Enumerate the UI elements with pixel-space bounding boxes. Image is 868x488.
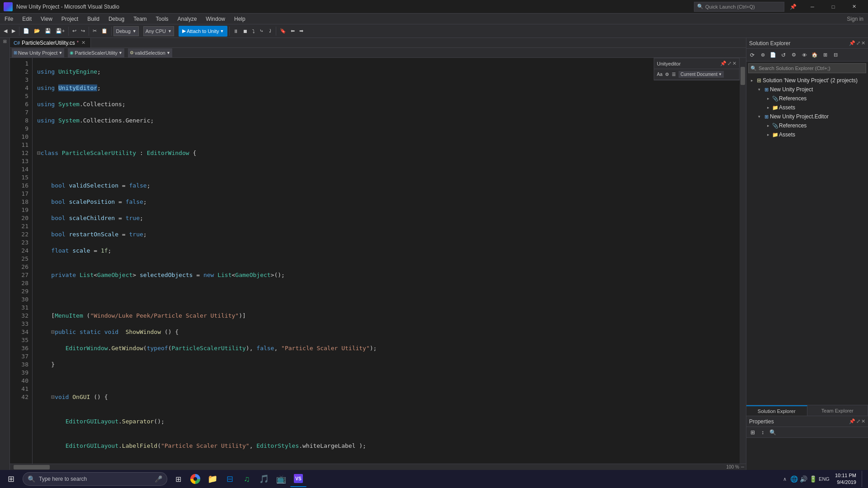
quick-launch-search[interactable]: 🔍 Quick Launch (Ctrl+Q) [694, 2, 784, 12]
toolbar-redo-btn[interactable]: ↪ [79, 26, 87, 37]
project-unity[interactable]: ▾ ⊞ New Unity Project [746, 85, 868, 94]
se-props-btn[interactable]: ⚙ [789, 50, 799, 60]
zoom-minus-btn[interactable]: ─ [741, 465, 744, 469]
menu-help[interactable]: Help [230, 14, 250, 24]
se-collapse-all-btn[interactable]: ⊟ [830, 50, 840, 60]
close-tab-btn[interactable]: ✕ [80, 40, 87, 46]
assets-1-expand: ▸ [764, 105, 772, 110]
toolbar-open-btn[interactable]: 📂 [32, 26, 42, 37]
attach-unity-btn[interactable]: ▶ Attach to Unity ▼ [179, 26, 227, 37]
toolbar-bookmark-btn[interactable]: 🔖 [278, 26, 288, 37]
menu-window[interactable]: Window [201, 14, 230, 24]
left-panel-tab[interactable]: ⊞ [2, 40, 7, 43]
media2-btn[interactable]: 📺 [273, 471, 289, 487]
tab-team-explorer[interactable]: Team Explorer [807, 405, 868, 416]
unity-panel-icon-btn[interactable]: ⚙ [664, 71, 670, 78]
chevron-tray-btn[interactable]: ∧ [781, 476, 788, 482]
debug-mode-dropdown[interactable]: Debug ▼ [113, 26, 138, 36]
toolbar-cut-btn[interactable]: ✂ [91, 26, 99, 37]
platform-dropdown[interactable]: Any CPU ▼ [143, 26, 174, 36]
menu-build[interactable]: Build [83, 14, 104, 24]
se-pin-btn[interactable]: 📌 [849, 40, 855, 46]
start-button[interactable]: ⊞ [2, 471, 20, 487]
media-btn[interactable]: 🎵 [256, 471, 272, 487]
toolbar-nav2-btn[interactable]: ➡ [297, 26, 305, 37]
title-bar: New Unity Project - Microsoft Visual Stu… [0, 0, 868, 14]
menu-project[interactable]: Project [57, 14, 83, 24]
project-unity-editor[interactable]: ▾ ⊞ New Unity Project.Editor [746, 112, 868, 121]
toolbar-nav-btn[interactable]: ⬅ [289, 26, 297, 37]
tab-solution-explorer[interactable]: Solution Explorer [746, 405, 807, 416]
props-pin-btn[interactable]: 📌 [849, 418, 855, 424]
props-search-btn[interactable]: 🔍 [768, 428, 777, 437]
task-view-btn[interactable]: ⊞ [170, 471, 186, 487]
assets-2[interactable]: ▸ 📁 Assets [746, 130, 868, 139]
toolbar-save-btn[interactable]: 💾 [43, 26, 53, 37]
solution-root[interactable]: ▸ ⊞ Solution 'New Unity Project' (2 proj… [746, 76, 868, 85]
chrome-btn[interactable] [187, 471, 203, 487]
unity-panel-expand-btn[interactable]: ⤢ [727, 61, 731, 66]
toolbar-new-btn[interactable]: 📄 [21, 26, 31, 37]
se-preview-btn[interactable]: 👁 [799, 50, 809, 60]
code-editor[interactable]: Unityeditor 📌 ⤢ ✕ Aa ⚙ ☰ Current Documen… [10, 58, 746, 464]
assets-1[interactable]: ▸ 📁 Assets [746, 103, 868, 112]
vs-pin-icon[interactable]: 📌 [788, 4, 798, 10]
props-sort-btn[interactable]: ⊞ [748, 428, 757, 437]
toolbar-forward-btn[interactable]: ▶ [10, 26, 17, 37]
se-expand-btn[interactable]: ⤢ [856, 40, 860, 46]
se-sync-btn[interactable]: ⟳ [747, 50, 757, 60]
toolbar-stepin-btn[interactable]: ⤷ [258, 26, 265, 37]
se-close-btn[interactable]: ✕ [861, 40, 865, 46]
class-nav-dropdown[interactable]: ◉ ParticleScalerUtility ▼ [68, 48, 124, 57]
menu-view[interactable]: View [36, 14, 57, 24]
unity-panel-pin-btn[interactable]: 📌 [720, 61, 726, 66]
taskbar-search[interactable]: 🔍 Type here to search 🎤 [23, 472, 167, 486]
props-close-btn[interactable]: ✕ [861, 418, 865, 424]
menu-analyze[interactable]: Analyze [173, 14, 202, 24]
vs-taskbar-btn[interactable]: VS [290, 471, 307, 487]
toolbar-undo-btn[interactable]: ↩ [71, 26, 78, 37]
maximize-button[interactable]: □ [823, 0, 844, 14]
menu-file[interactable]: File [0, 14, 18, 24]
props-expand-btn[interactable]: ⤢ [856, 418, 860, 424]
toolbar-stepover-btn[interactable]: ⤵ [250, 26, 257, 37]
unity-panel-close-btn[interactable]: ✕ [732, 61, 736, 66]
menu-signin[interactable]: Sign in [842, 14, 868, 24]
se-search[interactable]: 🔍 Search Solution Explorer (Ctrl+;) [748, 63, 866, 73]
se-expand-all-btn[interactable]: ⊞ [820, 50, 830, 60]
menu-team[interactable]: Team [129, 14, 151, 24]
code-content[interactable]: using UnityEngine; using UnityEditor; us… [33, 58, 740, 464]
toolbar-btn-a[interactable]: ⏸ [231, 26, 240, 37]
menu-debug[interactable]: Debug [104, 14, 129, 24]
toolbar-copy-btn[interactable]: 📋 [99, 26, 109, 37]
show-desktop-btn[interactable] [862, 471, 864, 487]
vs-logo-icon [4, 2, 13, 11]
menu-tools[interactable]: Tools [151, 14, 173, 24]
file-nav-dropdown[interactable]: ⊞ New Unity Project ▼ [12, 48, 64, 57]
se-filter-btn[interactable]: ⊛ [758, 50, 768, 60]
se-refresh-btn[interactable]: ↺ [778, 50, 788, 60]
toolbar-btn-b[interactable]: ⏹ [241, 26, 250, 37]
spotify-btn[interactable]: ♫ [239, 471, 255, 487]
menu-edit[interactable]: Edit [18, 14, 36, 24]
unity-panel-aa-btn[interactable]: Aa [656, 71, 663, 78]
explorer-btn[interactable]: 📁 [204, 471, 221, 487]
references-1[interactable]: ▸ 📎 References [746, 94, 868, 103]
references-2[interactable]: ▸ 📎 References [746, 121, 868, 130]
props-cat-btn[interactable]: ↕ [758, 428, 767, 437]
tab-particle-scaler[interactable]: C# ParticleScalerUtility.cs * ✕ [10, 38, 91, 48]
se-showfiles-btn[interactable]: 📄 [768, 50, 778, 60]
minimize-button[interactable]: ─ [802, 0, 823, 14]
toolbar-saveall-btn[interactable]: 💾+ [54, 26, 66, 37]
vertical-scrollbar[interactable] [740, 58, 746, 464]
toolbar-stepout-btn[interactable]: ⤸ [266, 26, 274, 37]
unity-panel-doc-dropdown[interactable]: Current Document ▼ [679, 71, 724, 78]
toolbar-back-btn[interactable]: ◀ [2, 26, 9, 37]
store-btn[interactable]: ⊟ [222, 471, 238, 487]
se-home-btn[interactable]: 🏠 [810, 50, 820, 60]
team-explorer-tab-label: Team Explorer [821, 408, 854, 413]
member-nav-dropdown[interactable]: ⚙ validSelection ▼ [128, 48, 172, 57]
close-button[interactable]: ✕ [844, 0, 864, 14]
horizontal-scrollbar[interactable]: 100 % ─ [10, 464, 746, 470]
unity-panel-option-btn[interactable]: ☰ [671, 71, 677, 78]
